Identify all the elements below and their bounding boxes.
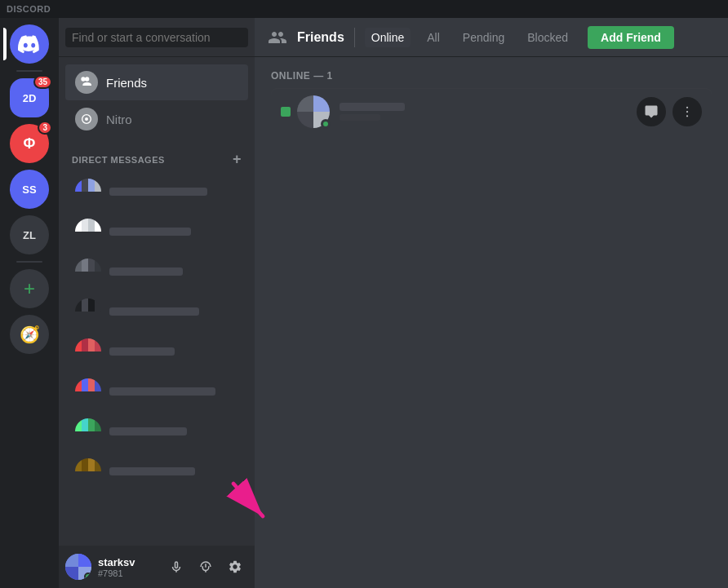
friend-row[interactable] <box>271 88 712 135</box>
dm-avatar-3 <box>75 259 101 285</box>
home-button[interactable] <box>10 24 49 64</box>
tab-all[interactable]: All <box>420 28 446 47</box>
friend-name <box>340 103 405 111</box>
dm-item-2[interactable] <box>65 212 248 251</box>
dm-avatar-7 <box>75 418 101 444</box>
settings-button[interactable] <box>222 554 248 580</box>
sidebar-item-friends[interactable]: Friends <box>65 64 248 100</box>
online-status-dot <box>84 573 91 580</box>
svg-point-3 <box>686 111 688 113</box>
server-icon-zl[interactable]: ZL <box>10 215 49 254</box>
server-icon-phi[interactable]: Φ 3 <box>10 124 49 163</box>
dm-section-header: DIRECT MESSAGES + <box>59 138 255 171</box>
dm-item-5[interactable] <box>65 332 248 371</box>
dm-avatar-2 <box>75 219 101 245</box>
dm-avatar-1 <box>75 179 101 205</box>
username: starksv <box>98 556 157 568</box>
tab-blocked[interactable]: Blocked <box>521 28 575 47</box>
friends-header-icon <box>268 28 287 47</box>
dm-label: DIRECT MESSAGES <box>72 155 165 165</box>
dm-name-3 <box>109 267 183 276</box>
dm-name-6 <box>109 387 215 396</box>
channel-sidebar: Friends Nitro DIRECT MESSAGES + <box>59 18 255 588</box>
server-divider-2 <box>16 261 42 263</box>
friend-status-indicator <box>281 107 291 117</box>
add-server-button[interactable]: + <box>10 269 49 308</box>
header-divider <box>354 28 355 47</box>
nitro-icon <box>75 108 98 130</box>
dm-item-1[interactable] <box>65 172 248 211</box>
dm-avatar-6 <box>75 378 101 405</box>
app-title: DISCORD <box>7 4 51 14</box>
svg-point-1 <box>85 117 88 121</box>
dm-item-4[interactable] <box>65 292 248 331</box>
user-controls <box>163 554 248 580</box>
user-tag: #7981 <box>98 568 157 578</box>
dm-name-8 <box>109 467 195 475</box>
tab-online[interactable]: Online <box>365 28 411 47</box>
friend-avatar-wrap <box>297 95 330 128</box>
app-body: 2D 35 Φ 3 SS ZL + 🧭 <box>0 18 728 588</box>
discover-button[interactable]: 🧭 <box>10 315 49 354</box>
title-bar: DISCORD <box>0 0 728 18</box>
server-sidebar: 2D 35 Φ 3 SS ZL + 🧭 <box>0 18 59 588</box>
friend-info <box>340 103 405 121</box>
nitro-label: Nitro <box>106 113 132 126</box>
dm-name-2 <box>109 228 191 236</box>
main-content: Friends Online All Pending Blocked Add F… <box>255 18 728 588</box>
server-icon-ss[interactable]: SS <box>10 170 49 209</box>
search-input[interactable] <box>65 28 248 47</box>
server-badge-phi: 3 <box>38 121 52 135</box>
friends-title: Friends <box>297 30 344 45</box>
dm-name-7 <box>109 427 187 435</box>
svg-point-2 <box>686 107 688 108</box>
server-icon-2d[interactable]: 2D 35 <box>10 78 49 117</box>
sidebar-item-nitro[interactable]: Nitro <box>65 101 248 137</box>
svg-point-4 <box>686 115 688 117</box>
friend-online-dot <box>321 119 331 129</box>
dm-avatar-8 <box>75 458 101 484</box>
more-options-button[interactable] <box>673 97 702 126</box>
friends-icon <box>75 71 98 94</box>
dm-name-5 <box>109 347 175 356</box>
dm-item-6[interactable] <box>65 372 248 411</box>
dm-item-7[interactable] <box>65 412 248 451</box>
dm-avatar-5 <box>75 338 101 365</box>
add-dm-button[interactable]: + <box>233 151 242 168</box>
user-avatar <box>65 554 91 580</box>
online-section-title: ONLINE — 1 <box>271 70 712 82</box>
dm-item-3[interactable] <box>65 252 248 291</box>
friends-header: Friends Online All Pending Blocked Add F… <box>255 18 728 57</box>
dm-avatar-4 <box>75 298 101 325</box>
dm-item-8[interactable] <box>65 452 248 491</box>
dm-name-4 <box>109 307 199 316</box>
tab-pending[interactable]: Pending <box>456 28 511 47</box>
search-bar <box>59 18 255 57</box>
friends-content: ONLINE — 1 <box>255 57 728 588</box>
add-friend-button[interactable]: Add Friend <box>588 26 674 49</box>
user-panel: starksv #7981 <box>59 546 255 588</box>
friend-actions <box>637 97 702 126</box>
message-friend-button[interactable] <box>637 97 666 126</box>
dm-name-1 <box>109 188 207 196</box>
deafen-button[interactable] <box>193 554 219 580</box>
friend-status <box>340 114 405 121</box>
friends-label: Friends <box>106 76 147 90</box>
server-divider <box>16 70 42 72</box>
mute-button[interactable] <box>163 554 189 580</box>
user-info: starksv #7981 <box>98 556 157 578</box>
server-badge-2d: 35 <box>33 75 52 89</box>
channel-list: Friends Nitro DIRECT MESSAGES + <box>59 57 255 546</box>
